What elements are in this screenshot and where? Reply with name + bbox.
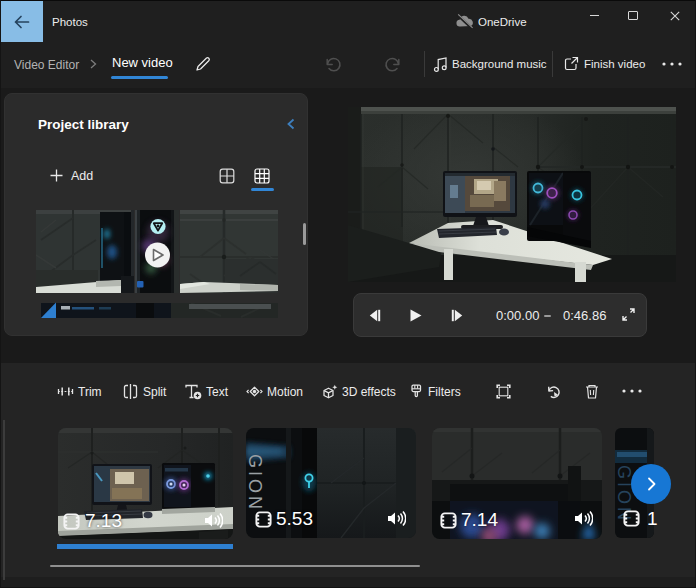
svg-text:GION: GION <box>246 454 265 512</box>
